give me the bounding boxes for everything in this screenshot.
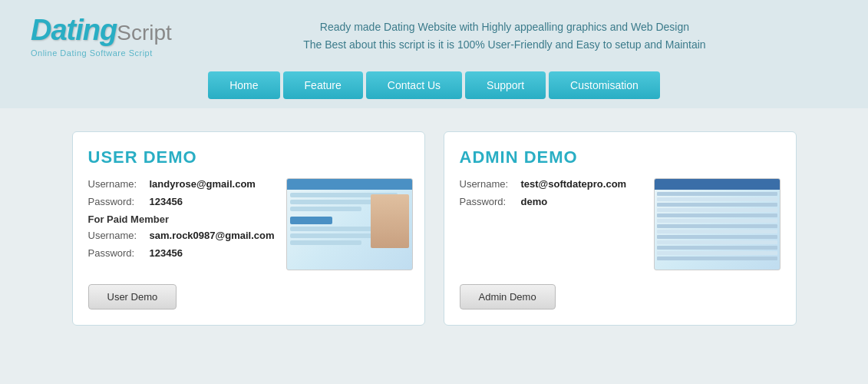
admin-demo-box: ADMIN DEMO Username: test@softdatepro.co…	[444, 131, 797, 326]
admin-demo-screenshot	[654, 178, 781, 270]
logo-area: Dating Script Online Dating Software Scr…	[31, 14, 172, 58]
user-demo-btn-row: User Demo	[88, 284, 409, 310]
nav-home[interactable]: Home	[208, 71, 279, 99]
admin-demo-title: ADMIN DEMO	[460, 147, 781, 167]
user-demo-screenshot	[286, 178, 413, 270]
nav-contact-us[interactable]: Contact Us	[366, 71, 462, 99]
header-tagline: Ready made Dating Website with Highly ap…	[172, 18, 837, 53]
admin-username-label: Username:	[460, 178, 521, 190]
tagline-line2: The Best about this script is it is 100%…	[187, 36, 822, 53]
admin-password-value: demo	[521, 196, 548, 207]
user-username-row: Username: landyrose@gmail.com	[88, 178, 275, 190]
admin-demo-credentials: Username: test@softdatepro.com Password:…	[460, 178, 642, 270]
paid-password-label: Password:	[88, 247, 150, 259]
user-password-row: Password: 123456	[88, 196, 275, 207]
paid-password-value: 123456	[150, 247, 183, 259]
paid-username-label: Username:	[88, 230, 150, 241]
nav-bar: Home Feature Contact Us Support Customis…	[0, 71, 868, 108]
paid-username-value: sam.rock0987@gmail.com	[150, 230, 275, 241]
tagline-line1: Ready made Dating Website with Highly ap…	[187, 18, 822, 35]
admin-password-row: Password: demo	[460, 196, 642, 207]
admin-password-label: Password:	[460, 196, 521, 207]
user-username-value: landyrose@gmail.com	[150, 178, 256, 190]
admin-username-row: Username: test@softdatepro.com	[460, 178, 642, 190]
user-password-value: 123456	[150, 196, 183, 207]
paid-password-row: Password: 123456	[88, 247, 275, 259]
user-demo-title: USER DEMO	[88, 147, 409, 167]
logo-dating: Dating	[31, 14, 117, 47]
header: Dating Script Online Dating Software Scr…	[0, 0, 868, 71]
user-demo-box: USER DEMO Username: landyrose@gmail.com …	[72, 131, 425, 326]
nav-customisation[interactable]: Customisation	[549, 71, 660, 99]
user-demo-button[interactable]: User Demo	[88, 284, 177, 310]
user-username-label: Username:	[88, 178, 150, 190]
admin-demo-inner: Username: test@softdatepro.com Password:…	[460, 178, 781, 270]
admin-demo-btn-row: Admin Demo	[460, 284, 781, 310]
logo: Dating Script	[31, 14, 172, 47]
main-content: USER DEMO Username: landyrose@gmail.com …	[0, 108, 868, 349]
logo-subtitle: Online Dating Software Script	[31, 48, 153, 58]
admin-username-value: test@softdatepro.com	[521, 178, 627, 190]
paid-username-row: Username: sam.rock0987@gmail.com	[88, 230, 275, 241]
admin-demo-button[interactable]: Admin Demo	[460, 284, 556, 310]
user-demo-credentials: Username: landyrose@gmail.com Password: …	[88, 178, 275, 270]
user-password-label: Password:	[88, 196, 150, 207]
user-demo-inner: Username: landyrose@gmail.com Password: …	[88, 178, 409, 270]
paid-member-label: For Paid Member	[88, 214, 275, 225]
nav-support[interactable]: Support	[465, 71, 546, 99]
nav-feature[interactable]: Feature	[283, 71, 363, 99]
logo-script: Script	[117, 21, 172, 45]
